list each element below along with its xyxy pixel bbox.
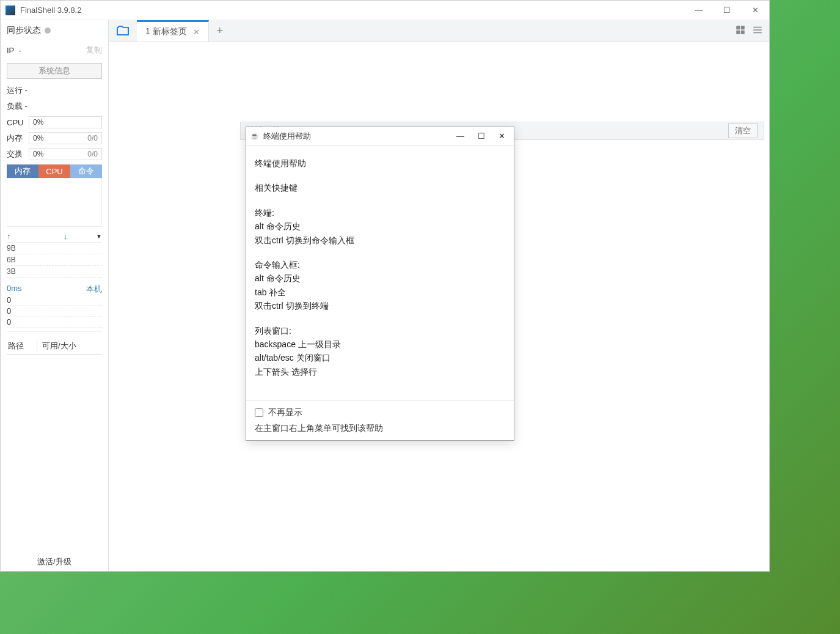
close-button[interactable]: ✕ bbox=[741, 1, 769, 20]
main-area: 1 新标签页 ✕ + 快速连接 清空 bbox=[109, 20, 769, 571]
sec1-l2: 双击ctrl 切换到命令输入框 bbox=[255, 234, 505, 247]
tab-new[interactable]: 1 新标签页 ✕ bbox=[137, 20, 209, 42]
help-heading: 终端使用帮助 bbox=[255, 157, 505, 170]
svg-rect-0 bbox=[736, 26, 740, 29]
main-window: FinalShell 3.9.8.2 — ☐ ✕ 同步状态 IP - 复制 系统… bbox=[0, 0, 770, 572]
sec3-l1: backspace 上一级目录 bbox=[255, 337, 505, 351]
help-dialog: ☕ 终端使用帮助 — ☐ ✕ 终端使用帮助 相关快捷键 终端: a bbox=[246, 127, 514, 441]
mem-bar: 0% 0/0 bbox=[29, 132, 102, 144]
svg-rect-5 bbox=[753, 29, 762, 31]
download-icon: ↓ bbox=[64, 232, 68, 241]
clear-button[interactable]: 清空 bbox=[728, 123, 758, 138]
monitor-tabs: 内存 CPU 命令 bbox=[7, 164, 102, 178]
dialog-body: 终端使用帮助 相关快捷键 终端: alt 命令历史 双击ctrl 切换到命令输入… bbox=[246, 146, 514, 400]
ping-list: 0 0 0 bbox=[7, 295, 102, 332]
dialog-minimize-button[interactable]: — bbox=[456, 131, 464, 141]
scale-9b: 9B bbox=[7, 243, 102, 254]
open-folder-button[interactable] bbox=[109, 20, 137, 42]
cpu-bar: 0% bbox=[29, 116, 102, 128]
monitor-chart bbox=[7, 178, 102, 227]
svg-rect-3 bbox=[741, 30, 745, 34]
dialog-titlebar[interactable]: ☕ 终端使用帮助 — ☐ ✕ bbox=[246, 127, 514, 146]
add-tab-button[interactable]: + bbox=[209, 20, 231, 42]
run-row: 运行 - bbox=[1, 83, 108, 98]
mem-right: 0/0 bbox=[87, 134, 98, 142]
minimize-button[interactable]: — bbox=[685, 1, 713, 20]
sidebar: 同步状态 IP - 复制 系统信息 运行 - 负载 - CPU 0% 内存 0% bbox=[1, 20, 109, 571]
activate-link[interactable]: 激活/升级 bbox=[37, 556, 71, 567]
ip-row: IP - 复制 bbox=[1, 41, 108, 59]
upload-icon: ↑ bbox=[7, 232, 11, 241]
footer-note: 在主窗口右上角菜单可找到该帮助 bbox=[255, 423, 505, 434]
swap-bar: 0% 0/0 bbox=[29, 148, 102, 160]
ping-2: 0 bbox=[7, 317, 102, 328]
svg-rect-6 bbox=[753, 32, 762, 33]
app-icon bbox=[5, 6, 15, 15]
sec3-title: 列表窗口: bbox=[255, 324, 505, 337]
tab-cpu[interactable]: CPU bbox=[38, 164, 70, 178]
sec1-l1: alt 命令历史 bbox=[255, 219, 505, 233]
grid-icon bbox=[735, 24, 746, 35]
mem-label: 内存 bbox=[7, 133, 29, 144]
swap-value: 0% bbox=[33, 150, 43, 158]
sec2-l1: alt 命令历史 bbox=[255, 271, 505, 285]
maximize-button[interactable]: ☐ bbox=[713, 1, 741, 20]
content-area: 快速连接 清空 ☕ 终端使用帮助 — ☐ ✕ 终端使用帮助 bbox=[109, 42, 769, 571]
no-show-label: 不再显示 bbox=[268, 407, 302, 418]
ping-1: 0 bbox=[7, 306, 102, 317]
sec3-l3: 上下箭头 选择行 bbox=[255, 365, 505, 378]
ping-0: 0 bbox=[7, 295, 102, 306]
titlebar: FinalShell 3.9.8.2 — ☐ ✕ bbox=[1, 1, 769, 20]
dialog-title: 终端使用帮助 bbox=[263, 131, 456, 142]
tab-close-icon[interactable]: ✕ bbox=[193, 28, 200, 37]
sync-status-row: 同步状态 bbox=[1, 20, 108, 41]
tab-label: 1 新标签页 bbox=[145, 26, 187, 37]
tab-command[interactable]: 命令 bbox=[70, 164, 102, 178]
grid-view-button[interactable] bbox=[735, 24, 746, 38]
swap-stat-row: 交换 0% 0/0 bbox=[1, 146, 108, 162]
java-icon: ☕ bbox=[250, 131, 260, 141]
dialog-footer: 不再显示 在主窗口右上角菜单可找到该帮助 bbox=[246, 400, 514, 440]
sync-status-icon bbox=[45, 28, 51, 34]
window-controls: — ☐ ✕ bbox=[685, 1, 769, 20]
net-scale: 9B 6B 3B bbox=[7, 242, 102, 278]
dropdown-icon[interactable]: ▼ bbox=[96, 233, 102, 240]
swap-label: 交换 bbox=[7, 149, 29, 160]
svg-rect-1 bbox=[741, 26, 745, 29]
cpu-label: CPU bbox=[7, 118, 29, 127]
size-column[interactable]: 可用/大小 bbox=[37, 341, 76, 352]
ping-row: 0ms 本机 bbox=[7, 284, 102, 295]
tab-memory[interactable]: 内存 bbox=[7, 164, 38, 178]
ip-label: IP bbox=[7, 46, 14, 55]
dialog-maximize-button[interactable]: ☐ bbox=[478, 131, 485, 141]
sec3-l2: alt/tab/esc 关闭窗口 bbox=[255, 351, 505, 364]
scale-3b: 3B bbox=[7, 266, 102, 278]
folder-icon bbox=[115, 24, 130, 39]
no-show-checkbox[interactable] bbox=[255, 408, 263, 417]
cpu-value: 0% bbox=[33, 118, 43, 127]
app-title: FinalShell 3.9.8.2 bbox=[20, 6, 685, 15]
swap-right: 0/0 bbox=[87, 150, 98, 158]
mem-value: 0% bbox=[33, 134, 43, 142]
shortcut-heading: 相关快捷键 bbox=[255, 181, 505, 194]
ping-value: 0ms bbox=[7, 284, 22, 295]
svg-rect-2 bbox=[736, 30, 740, 34]
hamburger-icon bbox=[752, 24, 763, 35]
dialog-window-controls: — ☐ ✕ bbox=[456, 131, 510, 141]
file-table-body bbox=[7, 355, 102, 571]
sec2-title: 命令输入框: bbox=[255, 258, 505, 271]
system-info-button[interactable]: 系统信息 bbox=[7, 63, 102, 79]
body-area: 同步状态 IP - 复制 系统信息 运行 - 负载 - CPU 0% 内存 0% bbox=[1, 20, 769, 571]
path-column[interactable]: 路径 bbox=[7, 341, 37, 352]
copy-button[interactable]: 复制 bbox=[86, 45, 102, 56]
tabbar-right bbox=[735, 20, 769, 42]
menu-button[interactable] bbox=[752, 24, 763, 38]
cpu-stat-row: CPU 0% bbox=[1, 114, 108, 130]
mem-stat-row: 内存 0% 0/0 bbox=[1, 130, 108, 146]
file-table-header: 路径 可用/大小 bbox=[7, 338, 102, 355]
ip-value: - bbox=[18, 46, 21, 55]
sec2-l3: 双击ctrl 切换到终端 bbox=[255, 299, 505, 312]
sec2-l2: tab 补全 bbox=[255, 286, 505, 299]
local-label: 本机 bbox=[86, 284, 102, 295]
dialog-close-button[interactable]: ✕ bbox=[499, 131, 505, 141]
